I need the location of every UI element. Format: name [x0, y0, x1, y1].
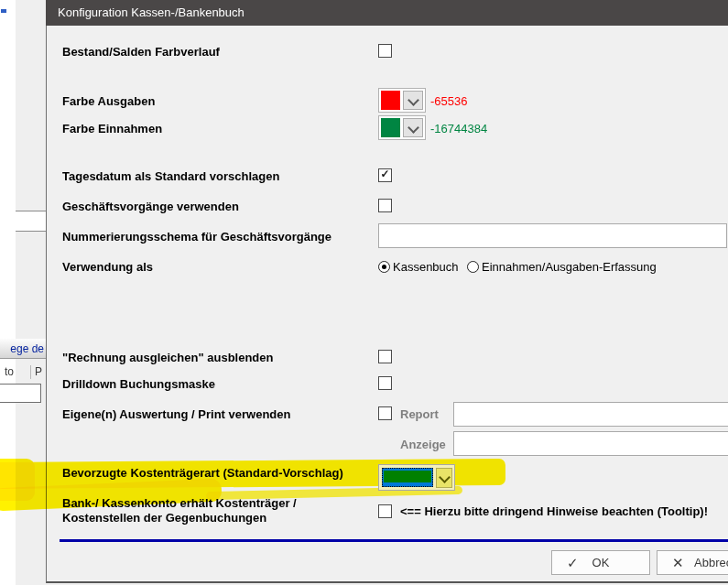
label-anzeige: Anzeige — [400, 438, 446, 451]
radio-dot — [382, 265, 386, 269]
blue-divider — [60, 539, 728, 542]
label-verwendung-als: Verwendung als — [62, 260, 153, 274]
report-input[interactable] — [453, 402, 728, 427]
dropdown-button[interactable] — [403, 118, 423, 137]
background-column-header: to P — [0, 364, 46, 380]
selected-color-item — [382, 468, 433, 487]
color-picker-ausgaben[interactable] — [378, 88, 426, 113]
checkbox-drilldown[interactable] — [378, 376, 392, 390]
checkbox-geschaeftsvorgaenge[interactable] — [378, 199, 392, 212]
label-bestand-salden: Bestand/Salden Farbverlauf — [62, 45, 220, 59]
anzeige-input[interactable] — [453, 431, 728, 456]
background-tab[interactable]: ege de — [0, 339, 46, 359]
label-farbe-ausgaben: Farbe Ausgaben — [62, 94, 155, 108]
label-line2: Kostenstellen der Gegenbuchungen — [62, 511, 266, 525]
dialog-titlebar[interactable]: Konfiguration Kassen-/Bankenbuch — [46, 0, 728, 26]
column-separator — [30, 365, 31, 379]
label-rechnung-ausgleichen: "Rechnung ausgleichen" ausblenden — [62, 351, 273, 364]
kostentraegerart-combobox[interactable] — [378, 464, 455, 491]
label-farbe-einnahmen: Farbe Einnahmen — [62, 122, 162, 135]
label-bank-kassenkonto: Bank-/ Kassenkonto erhält Kostenträger /… — [62, 496, 297, 525]
checkbox-bestand-salden[interactable] — [378, 44, 392, 58]
radio-einnahmen-ausgaben[interactable] — [467, 261, 479, 273]
ok-button[interactable]: ✓ OK — [551, 550, 650, 575]
checkmark-icon: ✓ — [380, 168, 389, 180]
background-blue-mark — [1, 9, 6, 13]
value-farbe-einnahmen: -16744384 — [430, 122, 487, 135]
background-left-panel — [0, 0, 16, 585]
label-nummerierungsschema: Nummerierungsschema für Geschäftsvorgäng… — [62, 230, 331, 244]
checkbox-eigene-auswertung[interactable] — [378, 406, 392, 420]
checkbox-rechnung-ausgleichen[interactable] — [378, 350, 392, 363]
radio-kassenbuch[interactable] — [378, 261, 390, 273]
color-swatch-red — [381, 91, 400, 110]
dropdown-button[interactable] — [436, 468, 452, 488]
label-geschaeftsvorgaenge: Geschäftsvorgänge verwenden — [62, 200, 239, 213]
chevron-down-icon — [407, 94, 419, 106]
background-divider — [16, 231, 46, 232]
cancel-button[interactable]: ✕ Abbrechen — [657, 550, 728, 575]
column-header-text: to — [5, 364, 14, 380]
background-window-strip — [16, 0, 46, 585]
cancel-button-label: Abbrechen — [694, 556, 728, 569]
background-grid-cell — [0, 384, 41, 403]
label-report: Report — [400, 407, 439, 421]
label-drilldown: Drilldown Buchungsmaske — [62, 377, 215, 391]
column-header-text: P — [35, 364, 42, 380]
screenshot-canvas: ege de to P Konfiguration Kassen-/Banken… — [0, 0, 728, 585]
checkbox-tagesdatum[interactable]: ✓ — [378, 168, 392, 182]
value-farbe-ausgaben: -65536 — [430, 94, 467, 108]
dropdown-button[interactable] — [403, 91, 423, 110]
chevron-down-icon — [407, 122, 419, 134]
checkbox-bank-kassenkonto[interactable] — [378, 504, 392, 518]
label-bevorzugte-kostentraegerart: Bevorzugte Kostenträgerart (Standard-Vor… — [62, 466, 343, 480]
close-icon: ✕ — [672, 555, 684, 571]
color-swatch-green — [381, 118, 400, 137]
color-picker-einnahmen[interactable] — [378, 115, 426, 140]
background-row — [0, 211, 46, 231]
nummerierungsschema-input[interactable] — [378, 223, 727, 248]
label-eigene-auswertung: Eigene(n) Auswertung / Print verwenden — [62, 407, 290, 421]
label-tagesdatum: Tagesdatum als Standard vorschlagen — [62, 169, 279, 183]
color-swatch-green — [384, 471, 431, 482]
radio-label-kassenbuch[interactable]: Kassenbuch — [393, 260, 459, 274]
radio-label-einnahmen-ausgaben[interactable]: Einnahmen/Ausgaben-Erfassung — [482, 260, 657, 274]
hint-tooltip-text: <== Hierzu bitte dringend Hinweise beach… — [400, 504, 708, 518]
label-line1: Bank-/ Kassenkonto erhält Kostenträger / — [62, 496, 297, 510]
ok-button-label: OK — [552, 556, 649, 569]
chevron-down-icon — [439, 471, 451, 483]
